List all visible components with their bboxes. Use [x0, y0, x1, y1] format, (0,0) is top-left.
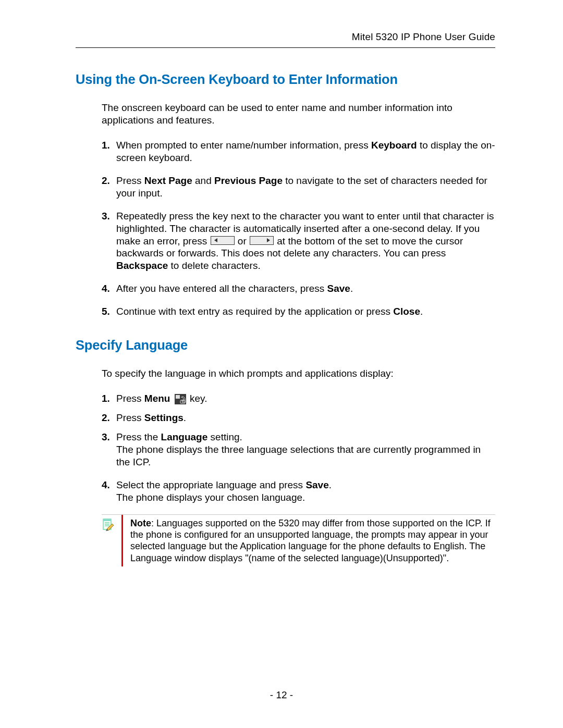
note-body: : Languages supported on the 5320 may di…: [130, 518, 491, 563]
keyword-save: Save: [305, 479, 328, 490]
step-text: Press the: [116, 431, 161, 442]
keyword-menu: Menu: [144, 393, 170, 404]
note-icon: [102, 519, 114, 531]
step-text: When prompted to enter name/number infor…: [116, 140, 371, 151]
step-number: 3.: [102, 210, 110, 223]
heading-specify-language: Specify Language: [76, 338, 495, 353]
step-number: 1.: [102, 139, 110, 152]
step-text: .: [420, 306, 423, 317]
step-text: setting.: [207, 431, 242, 442]
list-item: 3. Press the Language setting. The phone…: [102, 431, 495, 468]
list-item: 3. Repeatedly press the key next to the …: [102, 210, 495, 273]
step-number: 4.: [102, 282, 110, 295]
keyword-keyboard: Keyboard: [371, 140, 417, 151]
list-item: 1. Press Menu key.: [102, 392, 495, 405]
section1-intro: The onscreen keyboard can be used to ent…: [102, 102, 495, 127]
step-number: 2.: [102, 175, 110, 187]
step-text: to delete characters.: [168, 260, 260, 271]
svg-rect-4: [103, 519, 111, 521]
step-text: The phone displays your chosen language.: [116, 492, 305, 503]
note-label: Note: [130, 518, 151, 528]
list-item: 4. Select the appropriate language and p…: [102, 479, 495, 504]
step-text: Select the appropriate language and pres…: [116, 479, 305, 490]
keyword-close: Close: [393, 306, 420, 317]
section2-body: To specify the language in which prompts…: [102, 367, 495, 566]
step-text: Press: [116, 175, 144, 186]
keyword-backspace: Backspace: [116, 260, 168, 271]
keyword-settings: Settings: [144, 412, 183, 423]
step-text: and: [192, 175, 214, 186]
section2-steps: 1. Press Menu key. 2. Press Settings. 3: [102, 392, 495, 504]
step-text: .: [183, 412, 186, 423]
note-text: Note: Languages supported on the 5320 ma…: [123, 515, 495, 566]
step-text: Continue with text entry as required by …: [116, 306, 393, 317]
page: Mitel 5320 IP Phone User Guide Using the…: [0, 0, 563, 728]
step-number: 1.: [102, 392, 110, 405]
step-number: 3.: [102, 431, 110, 443]
step-text: After you have entered all the character…: [116, 283, 327, 294]
note-icon-cell: [102, 515, 121, 566]
step-text: .: [350, 283, 353, 294]
heading-onscreen-keyboard: Using the On-Screen Keyboard to Enter In…: [76, 72, 495, 87]
step-number: 4.: [102, 479, 110, 491]
list-item: 2. Press Settings.: [102, 412, 495, 424]
left-arrow-key-icon: [211, 236, 235, 245]
keyword-next-page: Next Page: [144, 175, 192, 186]
section2-intro: To specify the language in which prompts…: [102, 367, 495, 380]
step-number: 5.: [102, 305, 110, 318]
page-number: - 12 -: [0, 689, 563, 701]
list-item: 2. Press Next Page and Previous Page to …: [102, 175, 495, 200]
keyword-save: Save: [327, 283, 350, 294]
section1-steps: 1. When prompted to enter name/number in…: [102, 139, 495, 318]
step-text: key.: [190, 393, 207, 404]
step-text: or: [235, 236, 249, 246]
step-text: The phone displays the three language se…: [116, 444, 481, 467]
right-arrow-key-icon: [250, 236, 274, 245]
step-text: Press: [116, 393, 144, 404]
list-item: 4. After you have entered all the charac…: [102, 282, 495, 295]
svg-rect-1: [176, 395, 180, 399]
note-box: Note: Languages supported on the 5320 ma…: [102, 514, 495, 566]
step-text: .: [329, 479, 332, 490]
menu-key-icon: [175, 394, 186, 404]
keyword-previous-page: Previous Page: [214, 175, 283, 186]
running-header: Mitel 5320 IP Phone User Guide: [76, 31, 495, 48]
list-item: 1. When prompted to enter name/number in…: [102, 139, 495, 164]
section1-body: The onscreen keyboard can be used to ent…: [102, 102, 495, 318]
keyword-language: Language: [161, 431, 208, 442]
step-number: 2.: [102, 412, 110, 424]
list-item: 5. Continue with text entry as required …: [102, 305, 495, 318]
step-text: Press: [116, 412, 144, 423]
